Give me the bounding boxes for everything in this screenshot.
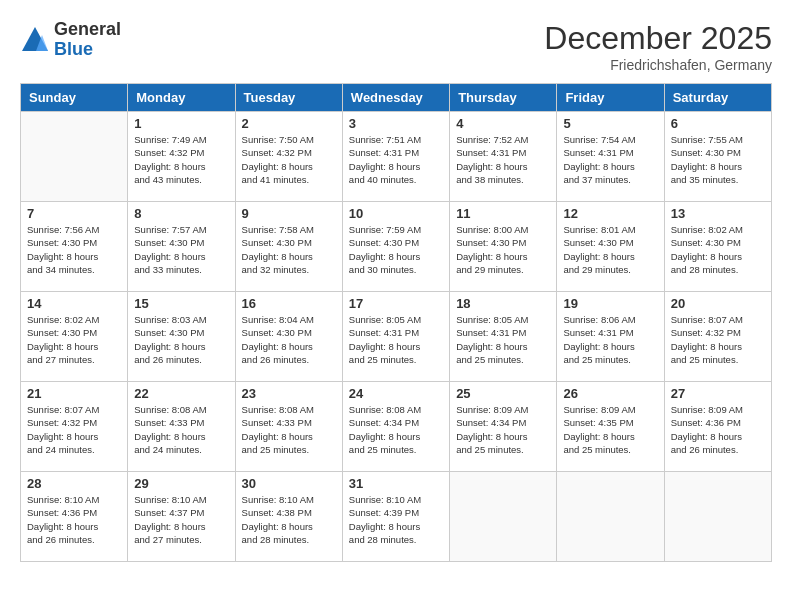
day-info: Sunrise: 7:51 AM Sunset: 4:31 PM Dayligh…	[349, 133, 443, 186]
day-number: 14	[27, 296, 121, 311]
day-number: 12	[563, 206, 657, 221]
day-number: 17	[349, 296, 443, 311]
day-info: Sunrise: 7:54 AM Sunset: 4:31 PM Dayligh…	[563, 133, 657, 186]
calendar-cell: 29Sunrise: 8:10 AM Sunset: 4:37 PM Dayli…	[128, 472, 235, 562]
calendar-week-row: 7Sunrise: 7:56 AM Sunset: 4:30 PM Daylig…	[21, 202, 772, 292]
day-info: Sunrise: 8:03 AM Sunset: 4:30 PM Dayligh…	[134, 313, 228, 366]
day-info: Sunrise: 7:49 AM Sunset: 4:32 PM Dayligh…	[134, 133, 228, 186]
day-number: 25	[456, 386, 550, 401]
calendar-cell: 26Sunrise: 8:09 AM Sunset: 4:35 PM Dayli…	[557, 382, 664, 472]
day-number: 11	[456, 206, 550, 221]
day-number: 1	[134, 116, 228, 131]
location: Friedrichshafen, Germany	[544, 57, 772, 73]
calendar-cell: 4Sunrise: 7:52 AM Sunset: 4:31 PM Daylig…	[450, 112, 557, 202]
day-number: 20	[671, 296, 765, 311]
day-header: Wednesday	[342, 84, 449, 112]
calendar-cell: 20Sunrise: 8:07 AM Sunset: 4:32 PM Dayli…	[664, 292, 771, 382]
title-block: December 2025 Friedrichshafen, Germany	[544, 20, 772, 73]
day-info: Sunrise: 8:00 AM Sunset: 4:30 PM Dayligh…	[456, 223, 550, 276]
calendar-cell: 5Sunrise: 7:54 AM Sunset: 4:31 PM Daylig…	[557, 112, 664, 202]
day-info: Sunrise: 8:05 AM Sunset: 4:31 PM Dayligh…	[349, 313, 443, 366]
day-header: Monday	[128, 84, 235, 112]
calendar-cell: 17Sunrise: 8:05 AM Sunset: 4:31 PM Dayli…	[342, 292, 449, 382]
calendar-cell: 3Sunrise: 7:51 AM Sunset: 4:31 PM Daylig…	[342, 112, 449, 202]
day-number: 3	[349, 116, 443, 131]
day-info: Sunrise: 8:10 AM Sunset: 4:37 PM Dayligh…	[134, 493, 228, 546]
calendar-table: SundayMondayTuesdayWednesdayThursdayFrid…	[20, 83, 772, 562]
logo-general: General	[54, 20, 121, 40]
day-info: Sunrise: 7:58 AM Sunset: 4:30 PM Dayligh…	[242, 223, 336, 276]
calendar-cell	[664, 472, 771, 562]
day-number: 29	[134, 476, 228, 491]
calendar-cell	[557, 472, 664, 562]
day-number: 7	[27, 206, 121, 221]
day-header: Saturday	[664, 84, 771, 112]
day-number: 28	[27, 476, 121, 491]
calendar-week-row: 1Sunrise: 7:49 AM Sunset: 4:32 PM Daylig…	[21, 112, 772, 202]
day-number: 8	[134, 206, 228, 221]
calendar-cell: 31Sunrise: 8:10 AM Sunset: 4:39 PM Dayli…	[342, 472, 449, 562]
logo-blue: Blue	[54, 40, 121, 60]
calendar-cell: 12Sunrise: 8:01 AM Sunset: 4:30 PM Dayli…	[557, 202, 664, 292]
calendar-cell: 18Sunrise: 8:05 AM Sunset: 4:31 PM Dayli…	[450, 292, 557, 382]
day-info: Sunrise: 8:09 AM Sunset: 4:35 PM Dayligh…	[563, 403, 657, 456]
day-info: Sunrise: 8:09 AM Sunset: 4:34 PM Dayligh…	[456, 403, 550, 456]
logo-text: General Blue	[54, 20, 121, 60]
logo: General Blue	[20, 20, 121, 60]
day-info: Sunrise: 8:08 AM Sunset: 4:34 PM Dayligh…	[349, 403, 443, 456]
calendar-cell: 30Sunrise: 8:10 AM Sunset: 4:38 PM Dayli…	[235, 472, 342, 562]
calendar-cell: 25Sunrise: 8:09 AM Sunset: 4:34 PM Dayli…	[450, 382, 557, 472]
day-number: 18	[456, 296, 550, 311]
day-number: 23	[242, 386, 336, 401]
day-number: 16	[242, 296, 336, 311]
day-number: 4	[456, 116, 550, 131]
calendar-cell	[450, 472, 557, 562]
day-info: Sunrise: 7:57 AM Sunset: 4:30 PM Dayligh…	[134, 223, 228, 276]
calendar-cell: 16Sunrise: 8:04 AM Sunset: 4:30 PM Dayli…	[235, 292, 342, 382]
calendar-cell: 8Sunrise: 7:57 AM Sunset: 4:30 PM Daylig…	[128, 202, 235, 292]
calendar-cell: 6Sunrise: 7:55 AM Sunset: 4:30 PM Daylig…	[664, 112, 771, 202]
calendar-cell: 13Sunrise: 8:02 AM Sunset: 4:30 PM Dayli…	[664, 202, 771, 292]
calendar-cell: 7Sunrise: 7:56 AM Sunset: 4:30 PM Daylig…	[21, 202, 128, 292]
calendar-header: SundayMondayTuesdayWednesdayThursdayFrid…	[21, 84, 772, 112]
day-number: 31	[349, 476, 443, 491]
calendar-cell: 14Sunrise: 8:02 AM Sunset: 4:30 PM Dayli…	[21, 292, 128, 382]
day-header: Sunday	[21, 84, 128, 112]
day-info: Sunrise: 7:56 AM Sunset: 4:30 PM Dayligh…	[27, 223, 121, 276]
day-info: Sunrise: 8:10 AM Sunset: 4:36 PM Dayligh…	[27, 493, 121, 546]
day-number: 30	[242, 476, 336, 491]
calendar-cell: 1Sunrise: 7:49 AM Sunset: 4:32 PM Daylig…	[128, 112, 235, 202]
day-info: Sunrise: 7:50 AM Sunset: 4:32 PM Dayligh…	[242, 133, 336, 186]
day-number: 9	[242, 206, 336, 221]
calendar-body: 1Sunrise: 7:49 AM Sunset: 4:32 PM Daylig…	[21, 112, 772, 562]
day-info: Sunrise: 8:04 AM Sunset: 4:30 PM Dayligh…	[242, 313, 336, 366]
page-header: General Blue December 2025 Friedrichshaf…	[20, 20, 772, 73]
month-title: December 2025	[544, 20, 772, 57]
day-header: Friday	[557, 84, 664, 112]
day-info: Sunrise: 8:08 AM Sunset: 4:33 PM Dayligh…	[242, 403, 336, 456]
day-info: Sunrise: 8:09 AM Sunset: 4:36 PM Dayligh…	[671, 403, 765, 456]
day-number: 24	[349, 386, 443, 401]
calendar-cell: 28Sunrise: 8:10 AM Sunset: 4:36 PM Dayli…	[21, 472, 128, 562]
calendar-week-row: 28Sunrise: 8:10 AM Sunset: 4:36 PM Dayli…	[21, 472, 772, 562]
day-number: 2	[242, 116, 336, 131]
calendar-cell: 21Sunrise: 8:07 AM Sunset: 4:32 PM Dayli…	[21, 382, 128, 472]
calendar-cell: 27Sunrise: 8:09 AM Sunset: 4:36 PM Dayli…	[664, 382, 771, 472]
day-number: 13	[671, 206, 765, 221]
day-info: Sunrise: 7:55 AM Sunset: 4:30 PM Dayligh…	[671, 133, 765, 186]
calendar-cell: 11Sunrise: 8:00 AM Sunset: 4:30 PM Dayli…	[450, 202, 557, 292]
calendar-cell: 2Sunrise: 7:50 AM Sunset: 4:32 PM Daylig…	[235, 112, 342, 202]
header-row: SundayMondayTuesdayWednesdayThursdayFrid…	[21, 84, 772, 112]
calendar-cell: 9Sunrise: 7:58 AM Sunset: 4:30 PM Daylig…	[235, 202, 342, 292]
logo-icon	[20, 25, 50, 55]
calendar-cell: 15Sunrise: 8:03 AM Sunset: 4:30 PM Dayli…	[128, 292, 235, 382]
day-number: 26	[563, 386, 657, 401]
calendar-cell: 19Sunrise: 8:06 AM Sunset: 4:31 PM Dayli…	[557, 292, 664, 382]
day-info: Sunrise: 8:10 AM Sunset: 4:39 PM Dayligh…	[349, 493, 443, 546]
day-number: 15	[134, 296, 228, 311]
calendar-cell: 22Sunrise: 8:08 AM Sunset: 4:33 PM Dayli…	[128, 382, 235, 472]
day-info: Sunrise: 8:02 AM Sunset: 4:30 PM Dayligh…	[671, 223, 765, 276]
day-info: Sunrise: 8:06 AM Sunset: 4:31 PM Dayligh…	[563, 313, 657, 366]
day-number: 22	[134, 386, 228, 401]
day-info: Sunrise: 8:05 AM Sunset: 4:31 PM Dayligh…	[456, 313, 550, 366]
